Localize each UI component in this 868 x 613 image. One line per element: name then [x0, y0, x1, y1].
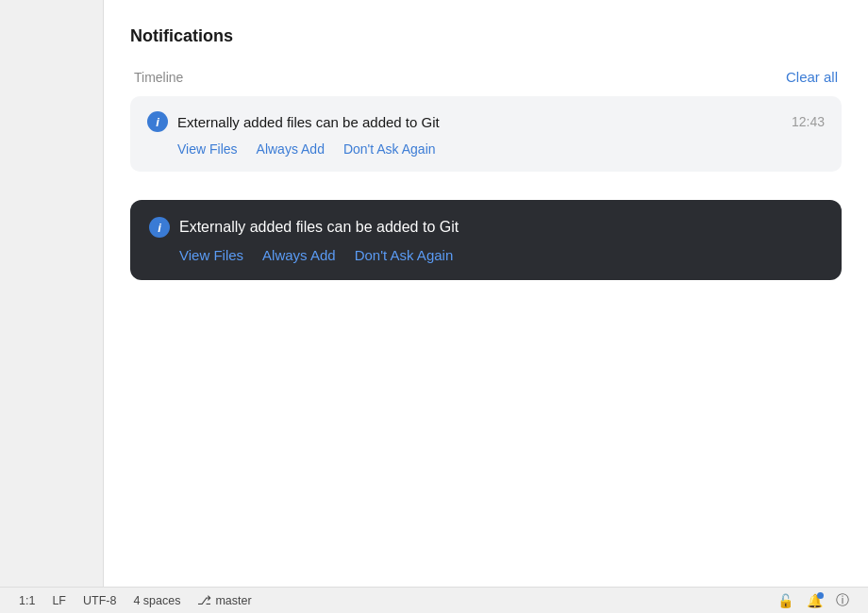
line-ending: LF: [52, 594, 66, 607]
toast-info-icon: i: [149, 217, 170, 238]
status-bar: 1:1 LF UTF-8 4 spaces ⎇ master 🔓 🔔 ⓘ: [0, 587, 868, 613]
indent: 4 spaces: [133, 594, 180, 607]
timeline-label: Timeline: [134, 70, 183, 85]
dont-ask-again-button[interactable]: Don't Ask Again: [343, 141, 436, 157]
info-circle-icon[interactable]: ⓘ: [836, 592, 849, 609]
lock-icon[interactable]: 🔓: [777, 593, 793, 608]
toast-actions: View Files Always Add Don't Ask Again: [149, 247, 823, 263]
content-area: Notifications Timeline Clear all i Exter…: [104, 0, 868, 587]
status-bar-left: 1:1 LF UTF-8 4 spaces ⎇ master: [19, 593, 252, 607]
bell-notification-dot: [817, 592, 824, 599]
branch-name: master: [215, 594, 251, 607]
notification-actions: View Files Always Add Don't Ask Again: [147, 141, 825, 157]
notification-card: i Externally added files can be added to…: [130, 96, 842, 172]
notification-header: i Externally added files can be added to…: [147, 111, 825, 132]
info-icon: i: [147, 111, 168, 132]
cursor-position: 1:1: [19, 594, 35, 607]
toast-always-add-button[interactable]: Always Add: [262, 247, 336, 263]
notifications-title: Notifications: [130, 26, 842, 46]
toast-message: Externally added files can be added to G…: [179, 219, 459, 236]
timeline-row: Timeline Clear all: [130, 69, 842, 85]
toast-view-files-button[interactable]: View Files: [179, 247, 243, 263]
sidebar: [0, 0, 104, 587]
view-files-button[interactable]: View Files: [177, 141, 238, 157]
bell-container[interactable]: 🔔: [807, 593, 823, 608]
always-add-button[interactable]: Always Add: [257, 141, 325, 157]
notification-message: Externally added files can be added to G…: [177, 114, 440, 130]
toast-notification: i Externally added files can be added to…: [130, 200, 842, 280]
branch-icon: ⎇: [197, 593, 211, 607]
toast-dont-ask-again-button[interactable]: Don't Ask Again: [355, 247, 454, 263]
clear-all-button[interactable]: Clear all: [786, 69, 838, 85]
notification-left: i Externally added files can be added to…: [147, 111, 440, 132]
encoding: UTF-8: [83, 594, 116, 607]
branch-item: ⎇ master: [197, 593, 251, 607]
toast-header: i Externally added files can be added to…: [149, 217, 823, 238]
notification-time: 12:43: [792, 114, 825, 129]
status-bar-right: 🔓 🔔 ⓘ: [777, 592, 849, 609]
